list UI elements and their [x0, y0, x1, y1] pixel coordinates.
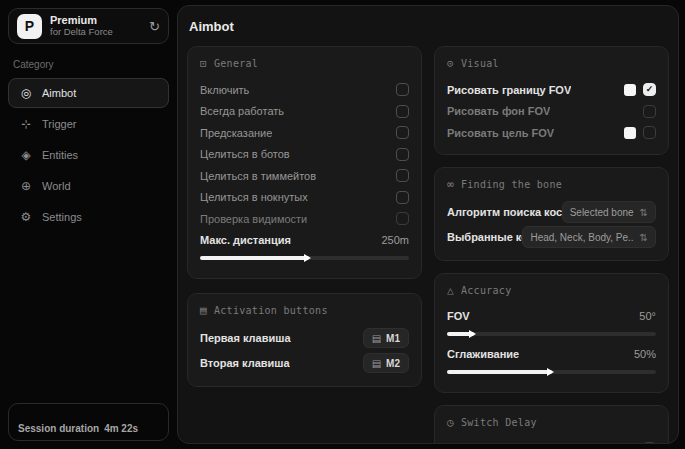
- always-work-checkbox[interactable]: [396, 105, 409, 118]
- sidebar-item-settings[interactable]: ⚙ Settings: [8, 202, 169, 232]
- bone-card-header: ∞ Finding the bone: [447, 178, 656, 191]
- main-panel: Aimbot ⊡ General Включить Всегда работат…: [177, 5, 679, 444]
- draw-fov-border-checkbox[interactable]: ✓: [643, 83, 656, 96]
- page-title: Aimbot: [189, 19, 669, 34]
- activation-buttons-card: ▤ Activation buttons Первая клавиша ▤ M1…: [187, 293, 422, 387]
- setting-row: Задержка переключения: [447, 438, 656, 445]
- left-column: ⊡ General Включить Всегда работать Предс…: [187, 46, 422, 387]
- key-binding-value: M2: [386, 358, 400, 369]
- setting-label: Целиться в тиммейтов: [200, 170, 316, 182]
- sidebar-item-entities[interactable]: ◈ Entities: [8, 140, 169, 170]
- sidebar-item-world[interactable]: ⊕ World: [8, 171, 169, 201]
- license-subtitle: for Delta Force: [50, 27, 141, 38]
- max-distance-slider[interactable]: [200, 256, 409, 260]
- sidebar-item-label: Settings: [42, 211, 82, 223]
- setting-row: Включить: [200, 79, 409, 101]
- sidebar-item-label: Trigger: [42, 118, 76, 130]
- setting-row: Вторая клавиша ▤ M2: [200, 351, 409, 376]
- eye-icon: ⊙: [447, 57, 454, 70]
- scan-icon: ⊡: [200, 57, 207, 70]
- bone-card-title: Finding the bone: [461, 179, 562, 190]
- setting-row: Рисовать границу FOV ✓: [447, 79, 656, 101]
- accuracy-card-header: △ Accuracy: [447, 284, 656, 297]
- aim-bots-checkbox[interactable]: [396, 148, 409, 161]
- app-logo: P: [17, 14, 42, 39]
- smoothing-value: 50%: [634, 348, 656, 360]
- prediction-checkbox[interactable]: [396, 126, 409, 139]
- bone-algorithm-select[interactable]: Selected bone ⇅: [562, 201, 656, 223]
- sidebar-item-label: World: [42, 180, 71, 192]
- fov-border-color-swatch[interactable]: [624, 84, 636, 96]
- crosshair-icon: ◎: [19, 86, 33, 100]
- setting-label: Рисовать фон FOV: [447, 105, 550, 117]
- content-columns: ⊡ General Включить Всегда работать Предс…: [187, 46, 669, 444]
- visual-card-title: Visual: [461, 58, 499, 69]
- sync-icon[interactable]: ↻: [149, 19, 160, 34]
- setting-label: Целиться в нокнутых: [200, 191, 308, 203]
- visual-card-header: ⊙ Visual: [447, 57, 656, 70]
- setting-row: FOV 50°: [447, 306, 656, 328]
- setting-row: Целиться в ботов: [200, 144, 409, 166]
- row-controls: [643, 105, 656, 118]
- slider-thumb[interactable]: [547, 368, 554, 376]
- setting-label: Первая клавиша: [200, 332, 291, 344]
- general-card-title: General: [214, 58, 258, 69]
- slider-thumb[interactable]: [304, 254, 311, 262]
- switch-delay-card: ◷ Switch Delay Задержка переключения Зад…: [434, 405, 669, 445]
- setting-row: Выбранные кости Head, Neck, Body, Pe.. ⇅: [447, 225, 656, 250]
- switch-delay-checkbox[interactable]: [643, 442, 656, 444]
- draw-fov-target-checkbox[interactable]: [643, 126, 656, 139]
- keyboard-icon: ▤: [200, 304, 207, 317]
- session-duration-label: Session duration: [18, 423, 99, 434]
- sidebar-nav: ◎ Aimbot ⊹ Trigger ◈ Entities ⊕ World ⚙ …: [8, 78, 169, 233]
- slider-fill: [447, 332, 474, 336]
- triangle-icon: △: [447, 284, 454, 297]
- activation-card-header: ▤ Activation buttons: [200, 304, 409, 317]
- second-key-button[interactable]: ▤ M2: [363, 353, 409, 373]
- draw-fov-background-checkbox[interactable]: [643, 105, 656, 118]
- first-key-button[interactable]: ▤ M1: [363, 328, 409, 348]
- finding-bone-card: ∞ Finding the bone Алгоритм поиска косте…: [434, 167, 669, 261]
- setting-label: Выбранные кости: [447, 231, 522, 243]
- setting-row: Алгоритм поиска костей Selected bone ⇅: [447, 200, 656, 225]
- check-icon: ✓: [646, 85, 654, 94]
- enable-checkbox[interactable]: [396, 83, 409, 96]
- license-card: P Premium for Delta Force ↻: [8, 8, 169, 44]
- accuracy-card-title: Accuracy: [461, 285, 512, 296]
- setting-label: Целиться в ботов: [200, 148, 290, 160]
- setting-label: FOV: [447, 310, 470, 322]
- fov-slider[interactable]: [447, 332, 656, 336]
- selected-bones-select[interactable]: Head, Neck, Body, Pe.. ⇅: [522, 226, 656, 248]
- setting-label: Всегда работать: [200, 105, 284, 117]
- globe-icon: ⊕: [19, 179, 33, 193]
- unfold-icon: ⇅: [640, 232, 648, 243]
- select-value: Head, Neck, Body, Pe..: [530, 232, 633, 243]
- sidebar-item-trigger[interactable]: ⊹ Trigger: [8, 109, 169, 139]
- setting-row: Сглаживание 50%: [447, 344, 656, 366]
- visual-card: ⊙ Visual Рисовать границу FOV ✓ Р: [434, 46, 669, 155]
- setting-row: Целиться в нокнутых: [200, 187, 409, 209]
- license-title: Premium: [50, 14, 141, 27]
- app-window: P Premium for Delta Force ↻ Category ◎ A…: [0, 0, 685, 449]
- fov-target-color-swatch[interactable]: [624, 127, 636, 139]
- aim-teammates-checkbox[interactable]: [396, 169, 409, 182]
- accuracy-card: △ Accuracy FOV 50° Сглаживание 50: [434, 273, 669, 393]
- aim-knocked-checkbox[interactable]: [396, 191, 409, 204]
- setting-row: Первая клавиша ▤ M1: [200, 326, 409, 351]
- slider-thumb[interactable]: [469, 330, 476, 338]
- setting-label: Предсказание: [200, 127, 272, 139]
- sidebar: P Premium for Delta Force ↻ Category ◎ A…: [0, 0, 177, 449]
- setting-row: Целиться в тиммейтов: [200, 165, 409, 187]
- right-column: ⊙ Visual Рисовать границу FOV ✓ Р: [434, 46, 669, 444]
- smoothing-slider[interactable]: [447, 370, 656, 374]
- row-controls: [624, 126, 656, 139]
- setting-label: Вторая клавиша: [200, 357, 290, 369]
- setting-label: Рисовать цель FOV: [447, 127, 554, 139]
- setting-label: Проверка видимости: [200, 213, 307, 225]
- visibility-check-checkbox[interactable]: [396, 212, 409, 225]
- sidebar-item-aimbot[interactable]: ◎ Aimbot: [8, 78, 169, 108]
- setting-row: Рисовать цель FOV: [447, 122, 656, 144]
- switch-delay-card-title: Switch Delay: [461, 417, 537, 428]
- row-controls: ✓: [624, 83, 656, 96]
- slider-fill: [447, 370, 552, 374]
